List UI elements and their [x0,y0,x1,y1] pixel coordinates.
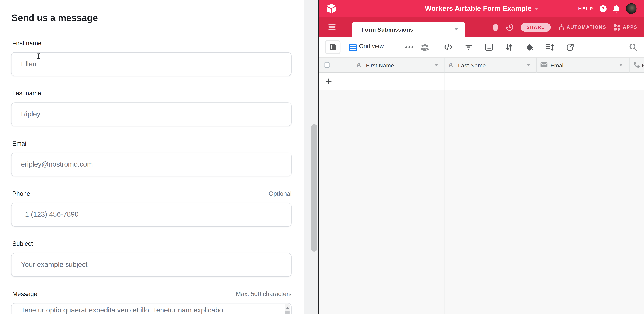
column-header-last-name[interactable]: Last Name [458,62,486,69]
first-name-label: First name [12,40,42,47]
select-all-checkbox[interactable] [324,62,330,68]
message-text: Tenetur optio quaerat expedita vero et i… [21,306,280,314]
hide-fields-code-icon[interactable] [444,44,452,51]
column-header-phone[interactable]: Phone [642,62,644,69]
tables-menu-icon[interactable] [329,24,336,30]
email-field-type-icon [540,62,548,67]
user-avatar[interactable] [626,3,637,14]
collaborators-icon[interactable] [421,44,429,52]
automations-button[interactable]: AUTOMATIONS [558,24,606,31]
sidebar-panel-icon [329,44,336,51]
frozen-column-line [444,58,444,314]
topbar-right-cluster: HELP ? [578,0,637,17]
message-textarea[interactable]: Tenetur optio quaerat expedita vero et i… [11,303,292,314]
help-button[interactable]: HELP [578,6,594,11]
share-view-external-icon[interactable] [566,44,574,51]
column-email-caret-icon[interactable] [620,64,623,66]
base-title-caret-icon[interactable] [535,8,538,10]
subject-label: Subject [12,240,33,247]
last-name-input[interactable]: Ripley [11,102,292,126]
search-icon[interactable] [629,43,637,51]
row-height-icon[interactable] [546,44,554,51]
phone-field-type-icon [633,62,640,68]
first-name-input[interactable]: Ellen [11,52,292,76]
apps-icon [614,24,621,31]
text-field-type-icon: A [448,61,453,68]
phone-optional-note: Optional [11,190,292,197]
apps-button[interactable]: APPS [614,24,638,31]
screen: Send us a message First name Ellen Last … [0,0,644,314]
column-first-name-caret-icon[interactable] [434,64,438,66]
message-scrollbar[interactable] [285,304,290,314]
share-button-label: SHARE [526,25,545,30]
view-name[interactable]: Grid view [359,43,384,49]
view-options-ellipsis-icon[interactable] [405,46,414,49]
email-label: Email [12,140,28,147]
view-sidebar-toggle-button[interactable] [325,40,340,54]
column-header-first-name[interactable]: First Name [366,62,394,69]
column-divider[interactable] [629,58,630,73]
filter-icon[interactable] [465,44,472,51]
phone-input[interactable]: +1 (123) 456-7890 [11,203,292,227]
form-title: Send us a message [12,12,98,24]
message-maxchars-note: Max. 500 characters [11,290,292,297]
color-paint-bucket-icon[interactable] [526,44,534,52]
base-title[interactable]: Workers Airtable Form Example [425,5,532,13]
message-scrollbar-thumb[interactable] [286,311,290,314]
tab-form-submissions[interactable]: Form Submissions [352,22,465,37]
share-button[interactable]: SHARE [521,23,551,32]
notifications-bell-icon[interactable] [613,5,620,13]
apps-label: APPS [623,25,638,30]
column-last-name-caret-icon[interactable] [527,64,530,66]
snapshots-history-icon[interactable] [506,24,514,31]
airtable-panel: Workers Airtable Form Example HELP ? For… [319,0,644,314]
group-icon[interactable] [485,44,493,51]
contact-form-panel: Send us a message First name Ellen Last … [0,0,304,314]
automations-label: AUTOMATIONS [567,25,606,30]
add-row-row[interactable] [319,73,644,90]
sort-icon[interactable] [506,44,512,51]
table-tab-caret-icon[interactable] [454,28,458,31]
text-field-type-icon: A [356,61,361,68]
text-cursor-icon [36,53,40,59]
subject-input[interactable]: Your example subject [11,253,292,277]
automations-flow-icon [558,24,565,31]
window-divider [318,0,319,314]
trash-icon[interactable] [492,24,498,31]
tabbar-right-cluster: SHARE AUTOMATIONS APP [492,17,637,37]
column-header-email[interactable]: Email [550,62,565,69]
help-question-icon[interactable]: ? [600,5,607,12]
scroll-up-arrow-icon[interactable] [286,307,289,309]
page-scrollbar-thumb[interactable] [311,124,317,252]
column-divider[interactable] [536,58,537,73]
add-row-plus-icon[interactable] [326,79,332,84]
toolbar-divider [438,42,438,53]
table-tab-label: Form Submissions [362,26,454,33]
grid-view-icon[interactable] [349,44,357,52]
last-name-label: Last name [12,90,41,97]
email-input[interactable]: eripley@nostromo.com [11,153,292,176]
